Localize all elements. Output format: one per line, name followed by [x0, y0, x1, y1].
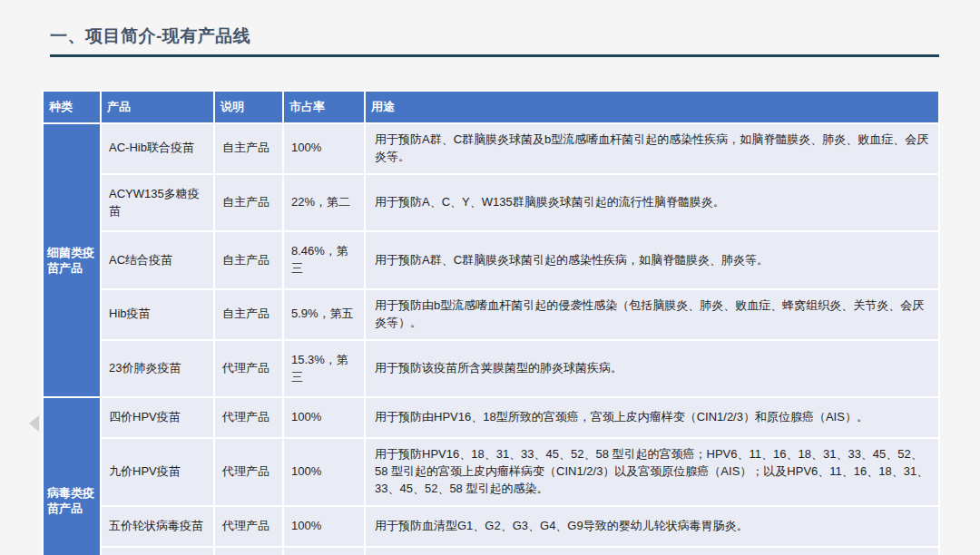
product-cell: 23价肺炎疫苗 — [102, 341, 213, 397]
table-row: ACYW135多糖疫苗自主产品22%，第二用于预防A、C、Y、W135群脑膜炎球… — [44, 175, 938, 231]
description-cell: 自主产品 — [215, 175, 282, 231]
product-cell: AC-Hib联合疫苗 — [102, 124, 213, 173]
table-row: 病毒类疫苗产品四价HPV疫苗代理产品100%用于预防由HPV16、18型所致的宫… — [44, 398, 938, 437]
product-cell: 五价轮状病毒疫苗 — [102, 507, 213, 546]
column-header-product: 产品 — [102, 92, 213, 122]
header-row: 种类 产品 说明 市占率 用途 — [44, 92, 938, 122]
usage-cell: 用于预防该疫苗所含荚膜菌型的肺炎球菌疾病。 — [366, 341, 938, 397]
market-share-cell: 5.9%，第五 — [284, 290, 364, 339]
usage-cell: 用于预防由b型流感嗜血杆菌引起的侵袭性感染（包括脑膜炎、肺炎、败血症、蜂窝组织炎… — [366, 290, 938, 339]
market-share-cell: 4.35%，第三 — [284, 548, 364, 555]
market-share-cell: 100% — [284, 507, 364, 546]
market-share-cell: 100% — [284, 398, 364, 437]
usage-cell: 用于预防由HPV16、18型所致的宫颈癌，宫颈上皮内瘤样变（CIN1/2/3）和… — [366, 398, 938, 437]
usage-cell: 用于预防HPV16、18、31、33、45、52、58 型引起的宫颈癌；HPV6… — [366, 439, 938, 505]
market-share-cell: 22%，第二 — [284, 175, 364, 231]
description-cell: 代理产品 — [215, 398, 282, 437]
product-cell: Hib疫苗 — [102, 290, 213, 339]
market-share-cell: 100% — [284, 439, 364, 505]
table-row: 23价肺炎疫苗代理产品15.3%，第三用于预防该疫苗所含荚膜菌型的肺炎球菌疾病。 — [44, 341, 938, 397]
column-header-market-share: 市占率 — [284, 92, 364, 122]
category-cell: 病毒类疫苗产品 — [44, 398, 100, 555]
product-cell: 四价HPV疫苗 — [102, 398, 213, 437]
description-cell: 代理产品 — [215, 341, 282, 397]
product-table: 种类 产品 说明 市占率 用途 细菌类疫苗产品AC-Hib联合疫苗自主产品100… — [42, 90, 940, 555]
title-underline — [50, 54, 939, 57]
table-row: 九价HPV疫苗代理产品100%用于预防HPV16、18、31、33、45、52、… — [44, 439, 938, 505]
product-cell: ACYW135多糖疫苗 — [102, 175, 213, 231]
table-header: 种类 产品 说明 市占率 用途 — [44, 92, 938, 122]
market-share-cell: 100% — [284, 124, 364, 173]
usage-cell: 用于预防A、C、Y、W135群脑膜炎球菌引起的流行性脑脊髓膜炎。 — [366, 175, 938, 231]
previous-arrow-icon[interactable] — [29, 415, 39, 432]
slide: 一、项目简介-现有产品线 种类 产品 说明 市占率 用途 细菌类疫苗产品AC-H… — [0, 0, 980, 555]
product-cell: 九价HPV疫苗 — [102, 439, 213, 505]
description-cell: 自主产品 — [215, 232, 282, 288]
table-row: AC结合疫苗自主产品8.46%，第三用于预防A群、C群脑膜炎球菌引起的感染性疾病… — [44, 232, 938, 288]
table-row: Hib疫苗自主产品5.9%，第五用于预防由b型流感嗜血杆菌引起的侵袭性感染（包括… — [44, 290, 938, 339]
usage-cell: 用于预防A群、C群脑膜炎球菌引起的感染性疾病，如脑脊髓膜炎、肺炎等。 — [366, 232, 938, 288]
column-header-category: 种类 — [44, 92, 100, 122]
product-cell: AC结合疫苗 — [102, 232, 213, 288]
description-cell: 自主产品 — [215, 290, 282, 339]
usage-cell: 用于预防血清型G1、G2、G3、G4、G9导致的婴幼儿轮状病毒胃肠炎。 — [366, 507, 938, 546]
description-cell: 自主产品 — [215, 124, 282, 173]
description-cell: 代理产品 — [215, 507, 282, 546]
column-header-description: 说明 — [215, 92, 282, 122]
table-body: 细菌类疫苗产品AC-Hib联合疫苗自主产品100%用于预防A群、C群脑膜炎球菌及… — [44, 124, 938, 555]
category-cell: 细菌类疫苗产品 — [44, 124, 100, 396]
description-cell: 代理产品 — [215, 548, 282, 555]
table-row: 灭活甲肝疫苗代理产品4.35%，第三用于预防甲型肝炎病毒引起的疾病。 — [44, 548, 938, 555]
page-title: 一、项目简介-现有产品线 — [50, 24, 250, 48]
usage-cell: 用于预防A群、C群脑膜炎球菌及b型流感嗜血杆菌引起的感染性疾病，如脑脊髓膜炎、肺… — [366, 124, 938, 173]
table-row: 细菌类疫苗产品AC-Hib联合疫苗自主产品100%用于预防A群、C群脑膜炎球菌及… — [44, 124, 938, 173]
market-share-cell: 15.3%，第三 — [284, 341, 364, 397]
product-cell: 灭活甲肝疫苗 — [102, 548, 213, 555]
column-header-usage: 用途 — [366, 92, 938, 122]
market-share-cell: 8.46%，第三 — [284, 232, 364, 288]
usage-cell: 用于预防甲型肝炎病毒引起的疾病。 — [366, 548, 938, 555]
table-row: 五价轮状病毒疫苗代理产品100%用于预防血清型G1、G2、G3、G4、G9导致的… — [44, 507, 938, 546]
description-cell: 代理产品 — [215, 439, 282, 505]
